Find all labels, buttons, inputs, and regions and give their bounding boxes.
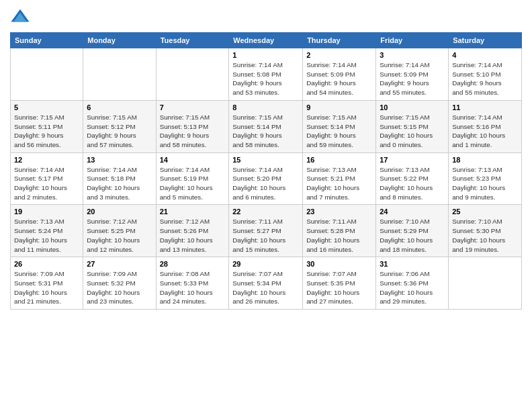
day-info: Sunrise: 7:10 AM Sunset: 5:29 PM Dayligh… — [380, 217, 445, 254]
calendar-cell: 10Sunrise: 7:15 AM Sunset: 5:15 PM Dayli… — [376, 100, 449, 152]
day-info: Sunrise: 7:09 AM Sunset: 5:31 PM Dayligh… — [14, 269, 79, 306]
calendar-cell: 21Sunrise: 7:12 AM Sunset: 5:26 PM Dayli… — [156, 205, 229, 257]
day-number: 27 — [87, 260, 152, 268]
day-number: 24 — [380, 208, 445, 216]
day-header-sunday: Sunday — [11, 33, 83, 48]
calendar-cell: 14Sunrise: 7:14 AM Sunset: 5:19 PM Dayli… — [156, 152, 229, 205]
week-row-3: 12Sunrise: 7:14 AM Sunset: 5:17 PM Dayli… — [11, 152, 522, 205]
day-header-tuesday: Tuesday — [156, 33, 229, 48]
day-number: 22 — [232, 208, 299, 216]
day-info: Sunrise: 7:14 AM Sunset: 5:18 PM Dayligh… — [87, 165, 152, 202]
day-header-monday: Monday — [83, 33, 156, 48]
calendar-cell: 2Sunrise: 7:14 AM Sunset: 5:09 PM Daylig… — [303, 48, 376, 101]
day-number: 8 — [232, 103, 299, 111]
day-number: 29 — [232, 260, 299, 268]
calendar-cell: 27Sunrise: 7:09 AM Sunset: 5:32 PM Dayli… — [83, 257, 156, 310]
calendar-cell — [11, 48, 83, 101]
day-info: Sunrise: 7:15 AM Sunset: 5:15 PM Dayligh… — [380, 113, 445, 150]
calendar-cell: 23Sunrise: 7:11 AM Sunset: 5:28 PM Dayli… — [303, 205, 376, 257]
day-info: Sunrise: 7:14 AM Sunset: 5:09 PM Dayligh… — [380, 60, 445, 97]
day-info: Sunrise: 7:10 AM Sunset: 5:30 PM Dayligh… — [452, 217, 518, 254]
day-number: 5 — [14, 103, 79, 111]
day-info: Sunrise: 7:14 AM Sunset: 5:10 PM Dayligh… — [452, 60, 518, 97]
day-number: 21 — [160, 208, 226, 216]
day-info: Sunrise: 7:08 AM Sunset: 5:33 PM Dayligh… — [160, 269, 226, 306]
day-info: Sunrise: 7:11 AM Sunset: 5:27 PM Dayligh… — [232, 217, 299, 254]
day-info: Sunrise: 7:11 AM Sunset: 5:28 PM Dayligh… — [306, 217, 372, 254]
page-container: SundayMondayTuesdayWednesdayThursdayFrid… — [0, 0, 532, 316]
day-number: 13 — [87, 156, 152, 164]
day-header-friday: Friday — [376, 33, 449, 48]
day-info: Sunrise: 7:15 AM Sunset: 5:11 PM Dayligh… — [14, 113, 79, 150]
day-info: Sunrise: 7:07 AM Sunset: 5:34 PM Dayligh… — [232, 269, 299, 306]
calendar-cell: 4Sunrise: 7:14 AM Sunset: 5:10 PM Daylig… — [449, 48, 522, 101]
calendar-cell: 25Sunrise: 7:10 AM Sunset: 5:30 PM Dayli… — [449, 205, 522, 257]
calendar-cell: 3Sunrise: 7:14 AM Sunset: 5:09 PM Daylig… — [376, 48, 449, 101]
calendar-cell: 19Sunrise: 7:13 AM Sunset: 5:24 PM Dayli… — [11, 205, 83, 257]
calendar-cell: 17Sunrise: 7:13 AM Sunset: 5:22 PM Dayli… — [376, 152, 449, 205]
calendar-cell: 5Sunrise: 7:15 AM Sunset: 5:11 PM Daylig… — [11, 100, 83, 152]
day-number: 2 — [306, 51, 372, 59]
calendar-cell: 20Sunrise: 7:12 AM Sunset: 5:25 PM Dayli… — [83, 205, 156, 257]
day-number: 23 — [306, 208, 372, 216]
day-info: Sunrise: 7:12 AM Sunset: 5:25 PM Dayligh… — [87, 217, 152, 254]
day-info: Sunrise: 7:13 AM Sunset: 5:22 PM Dayligh… — [380, 165, 445, 202]
calendar-cell: 22Sunrise: 7:11 AM Sunset: 5:27 PM Dayli… — [229, 205, 303, 257]
day-info: Sunrise: 7:14 AM Sunset: 5:17 PM Dayligh… — [14, 165, 79, 202]
week-row-2: 5Sunrise: 7:15 AM Sunset: 5:11 PM Daylig… — [11, 100, 522, 152]
calendar-cell: 24Sunrise: 7:10 AM Sunset: 5:29 PM Dayli… — [376, 205, 449, 257]
calendar-cell: 12Sunrise: 7:14 AM Sunset: 5:17 PM Dayli… — [11, 152, 83, 205]
day-number: 9 — [306, 103, 372, 111]
day-number: 26 — [14, 260, 79, 268]
day-number: 31 — [380, 260, 445, 268]
day-number: 14 — [160, 156, 226, 164]
day-number: 12 — [14, 156, 79, 164]
calendar-cell: 15Sunrise: 7:14 AM Sunset: 5:20 PM Dayli… — [229, 152, 303, 205]
week-row-5: 26Sunrise: 7:09 AM Sunset: 5:31 PM Dayli… — [11, 257, 522, 310]
day-info: Sunrise: 7:15 AM Sunset: 5:14 PM Dayligh… — [232, 113, 299, 150]
calendar-cell: 11Sunrise: 7:14 AM Sunset: 5:16 PM Dayli… — [449, 100, 522, 152]
day-info: Sunrise: 7:06 AM Sunset: 5:36 PM Dayligh… — [380, 269, 445, 306]
logo-icon — [10, 7, 30, 27]
calendar-cell: 26Sunrise: 7:09 AM Sunset: 5:31 PM Dayli… — [11, 257, 83, 310]
day-number: 25 — [452, 208, 518, 216]
day-number: 7 — [160, 103, 226, 111]
calendar-cell — [156, 48, 229, 101]
week-row-1: 1Sunrise: 7:14 AM Sunset: 5:08 PM Daylig… — [11, 48, 522, 101]
day-header-thursday: Thursday — [303, 33, 376, 48]
calendar-cell: 16Sunrise: 7:13 AM Sunset: 5:21 PM Dayli… — [303, 152, 376, 205]
day-info: Sunrise: 7:14 AM Sunset: 5:16 PM Dayligh… — [452, 113, 518, 150]
day-info: Sunrise: 7:14 AM Sunset: 5:09 PM Dayligh… — [306, 60, 372, 97]
calendar-cell: 9Sunrise: 7:15 AM Sunset: 5:14 PM Daylig… — [303, 100, 376, 152]
day-info: Sunrise: 7:15 AM Sunset: 5:14 PM Dayligh… — [306, 113, 372, 150]
day-number: 15 — [232, 156, 299, 164]
day-number: 19 — [14, 208, 79, 216]
day-info: Sunrise: 7:14 AM Sunset: 5:20 PM Dayligh… — [232, 165, 299, 202]
day-number: 20 — [87, 208, 152, 216]
day-number: 4 — [452, 51, 518, 59]
calendar-header-row: SundayMondayTuesdayWednesdayThursdayFrid… — [11, 33, 522, 48]
day-number: 17 — [380, 156, 445, 164]
calendar-cell: 31Sunrise: 7:06 AM Sunset: 5:36 PM Dayli… — [376, 257, 449, 310]
day-info: Sunrise: 7:09 AM Sunset: 5:32 PM Dayligh… — [87, 269, 152, 306]
calendar-cell: 8Sunrise: 7:15 AM Sunset: 5:14 PM Daylig… — [229, 100, 303, 152]
calendar-cell: 1Sunrise: 7:14 AM Sunset: 5:08 PM Daylig… — [229, 48, 303, 101]
day-info: Sunrise: 7:15 AM Sunset: 5:13 PM Dayligh… — [160, 113, 226, 150]
day-header-saturday: Saturday — [449, 33, 522, 48]
day-number: 6 — [87, 103, 152, 111]
day-info: Sunrise: 7:13 AM Sunset: 5:21 PM Dayligh… — [306, 165, 372, 202]
calendar: SundayMondayTuesdayWednesdayThursdayFrid… — [10, 32, 522, 310]
day-number: 16 — [306, 156, 372, 164]
calendar-cell: 13Sunrise: 7:14 AM Sunset: 5:18 PM Dayli… — [83, 152, 156, 205]
day-number: 28 — [160, 260, 226, 268]
logo — [10, 7, 33, 27]
day-info: Sunrise: 7:14 AM Sunset: 5:19 PM Dayligh… — [160, 165, 226, 202]
day-number: 3 — [380, 51, 445, 59]
day-info: Sunrise: 7:12 AM Sunset: 5:26 PM Dayligh… — [160, 217, 226, 254]
week-row-4: 19Sunrise: 7:13 AM Sunset: 5:24 PM Dayli… — [11, 205, 522, 257]
calendar-cell — [83, 48, 156, 101]
day-info: Sunrise: 7:15 AM Sunset: 5:12 PM Dayligh… — [87, 113, 152, 150]
day-number: 11 — [452, 103, 518, 111]
day-info: Sunrise: 7:13 AM Sunset: 5:24 PM Dayligh… — [14, 217, 79, 254]
calendar-cell: 18Sunrise: 7:13 AM Sunset: 5:23 PM Dayli… — [449, 152, 522, 205]
